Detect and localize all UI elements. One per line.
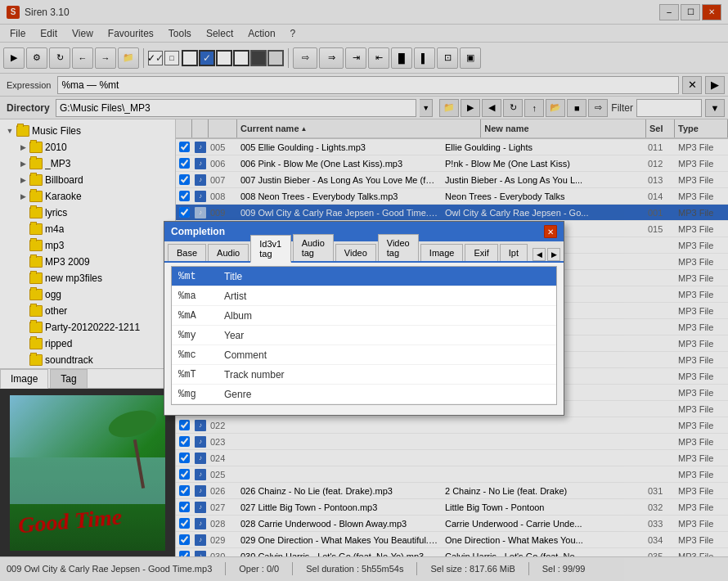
dialog-body: %mt Title %ma Artist %mA Album %my Year … (168, 266, 560, 405)
completion-code: %my (178, 330, 211, 341)
completion-row[interactable]: %ma Artist (172, 286, 556, 306)
dialog-tab-video[interactable]: Video (335, 244, 376, 261)
dialog-tab-exif[interactable]: Exif (465, 244, 497, 261)
dialog-tab-prev[interactable]: ◀ (533, 248, 546, 261)
dialog-tab-videotag[interactable]: Video tag (378, 234, 419, 261)
dialog-tab-nav: ◀ ▶ (533, 248, 560, 261)
dialog-tab-next[interactable]: ▶ (547, 248, 560, 261)
completion-desc: Title (224, 271, 242, 282)
dialog-tab-id3v1[interactable]: Id3v1 tag (250, 235, 290, 263)
completion-code: %mt (178, 271, 211, 282)
completion-list: %mt Title %ma Artist %mA Album %my Year … (171, 266, 557, 405)
completion-row-selected[interactable]: %mt Title (172, 267, 556, 286)
dialog-title: Completion (171, 226, 225, 237)
completion-row[interactable]: %my Year (172, 326, 556, 345)
completion-desc: Comment (224, 349, 267, 361)
dialog-titlebar: Completion ✕ (164, 222, 564, 241)
completion-code: %mg (178, 389, 211, 400)
completion-code: %ma (178, 290, 211, 302)
dialog-close-button[interactable]: ✕ (544, 225, 557, 238)
dialog-overlay: Completion ✕ Base Audio Id3v1 tag Audio … (0, 0, 728, 581)
dialog-tab-audio[interactable]: Audio (208, 244, 249, 261)
completion-row[interactable]: %mA Album (172, 306, 556, 326)
completion-code: %mA (178, 310, 211, 322)
completion-row[interactable]: %mT Track number (172, 365, 556, 385)
dialog-tab-ipt[interactable]: Ipt (500, 244, 528, 261)
completion-dialog: Completion ✕ Base Audio Id3v1 tag Audio … (164, 221, 564, 416)
completion-row[interactable]: %mc Comment (172, 345, 556, 365)
completion-code: %mc (178, 349, 211, 361)
completion-desc: Artist (224, 290, 246, 302)
dialog-footer (164, 408, 564, 415)
completion-desc: Year (224, 330, 244, 341)
completion-desc: Track number (224, 369, 285, 381)
dialog-tabs: Base Audio Id3v1 tag Audio tag Video Vid… (164, 241, 564, 263)
completion-code: %mT (178, 369, 211, 381)
completion-desc: Genre (224, 389, 251, 400)
dialog-tab-image[interactable]: Image (420, 244, 464, 261)
completion-row[interactable]: %mg Genre (172, 385, 556, 404)
dialog-tab-base[interactable]: Base (168, 244, 206, 261)
dialog-tab-audiotag[interactable]: Audio tag (293, 234, 334, 261)
completion-desc: Album (224, 310, 252, 322)
